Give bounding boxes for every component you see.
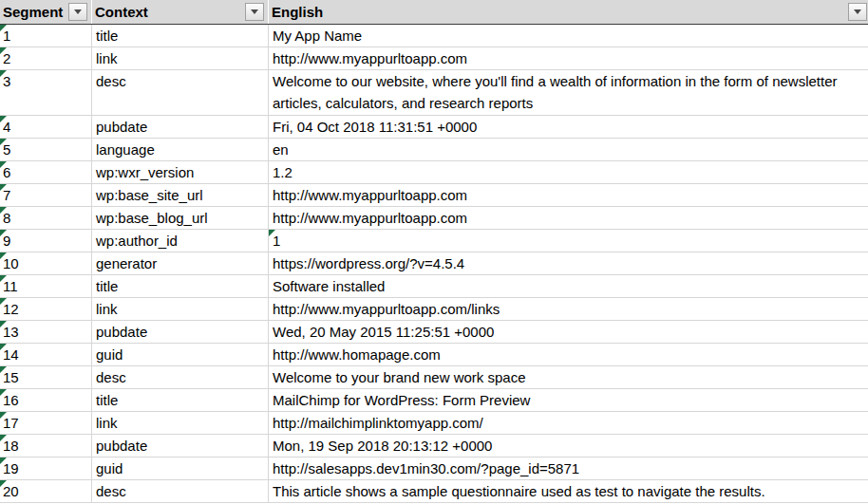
- segment-cell[interactable]: 6: [0, 161, 92, 184]
- english-cell[interactable]: http://www.homapage.com: [269, 344, 868, 366]
- english-cell[interactable]: http://www.myappurltoapp.com: [269, 207, 868, 230]
- table-row: 13pubdateWed, 20 May 2015 11:25:51 +0000: [0, 321, 868, 344]
- english-cell[interactable]: Welcome to your brand new work space: [269, 366, 868, 389]
- segment-cell[interactable]: 11: [0, 275, 92, 298]
- cell-text: http://www.myappurltoapp.com/links: [273, 298, 500, 320]
- error-flag-icon: [0, 25, 7, 31]
- context-cell[interactable]: guid: [92, 457, 269, 480]
- cell-text: wp:author_id: [96, 230, 178, 252]
- segment-cell[interactable]: 9: [0, 230, 92, 252]
- context-cell[interactable]: title: [92, 25, 269, 47]
- segment-cell[interactable]: 8: [0, 207, 92, 230]
- english-cell[interactable]: Welcome to our website, where you'll fin…: [269, 70, 868, 116]
- english-cell[interactable]: http://mailchimplinktomyapp.com/: [269, 412, 868, 435]
- filter-dropdown-button[interactable]: [245, 3, 264, 21]
- segment-cell[interactable]: 5: [0, 139, 92, 161]
- segment-cell[interactable]: 18: [0, 435, 92, 457]
- context-cell[interactable]: link: [92, 298, 269, 321]
- error-flag-icon: [0, 321, 7, 327]
- segment-cell[interactable]: 7: [0, 184, 92, 207]
- context-cell[interactable]: desc: [92, 366, 269, 389]
- english-cell[interactable]: http://www.myappurltoapp.com: [269, 47, 868, 70]
- cell-text: wp:base_blog_url: [96, 207, 208, 229]
- segment-cell[interactable]: 14: [0, 344, 92, 366]
- table-row: 14guidhttp://www.homapage.com: [0, 344, 868, 366]
- english-cell[interactable]: 1: [269, 230, 868, 252]
- english-cell[interactable]: This article shows a sample questionnair…: [269, 480, 868, 503]
- filter-dropdown-button[interactable]: [848, 3, 867, 21]
- cell-text: guid: [96, 344, 123, 365]
- cell-text: http://salesapps.dev1min30.com/?page_id=…: [273, 457, 579, 479]
- english-cell[interactable]: Mon, 19 Sep 2018 20:13:12 +0000: [269, 435, 868, 457]
- context-cell[interactable]: wp:author_id: [92, 230, 269, 252]
- cell-text: guid: [96, 457, 123, 479]
- context-cell[interactable]: wp:wxr_version: [92, 161, 269, 184]
- error-flag-icon: [0, 298, 7, 305]
- segment-cell[interactable]: 1: [0, 25, 92, 47]
- table-row: 9wp:author_id1: [0, 230, 868, 252]
- cell-text: 1.2: [273, 161, 292, 183]
- segment-cell[interactable]: 10: [0, 252, 92, 275]
- context-cell[interactable]: pubdate: [92, 116, 269, 139]
- table-row: 17linkhttp://mailchimplinktomyapp.com/: [0, 412, 868, 435]
- english-cell[interactable]: Wed, 20 May 2015 11:25:51 +0000: [269, 321, 868, 344]
- cell-text: http://mailchimplinktomyapp.com/: [273, 412, 483, 434]
- context-cell[interactable]: desc: [92, 70, 269, 116]
- context-cell[interactable]: guid: [92, 344, 269, 366]
- english-cell[interactable]: http://www.myappurltoapp.com: [269, 184, 868, 207]
- segment-cell[interactable]: 4: [0, 116, 92, 139]
- english-cell[interactable]: http://salesapps.dev1min30.com/?page_id=…: [269, 457, 868, 480]
- segment-cell[interactable]: 16: [0, 389, 92, 412]
- english-cell[interactable]: https://wordpress.org/?v=4.5.4: [269, 252, 868, 275]
- english-cell[interactable]: Software installed: [269, 275, 868, 298]
- english-cell[interactable]: Fri, 04 Oct 2018 11:31:51 +0000: [269, 116, 868, 139]
- context-cell[interactable]: wp:base_site_url: [92, 184, 269, 207]
- english-cell[interactable]: My App Name: [269, 25, 868, 47]
- english-cell[interactable]: MailChimp for WordPress: Form Preview: [269, 389, 868, 412]
- table-row: 19guidhttp://salesapps.dev1min30.com/?pa…: [0, 457, 868, 480]
- segment-cell[interactable]: 20: [0, 480, 92, 503]
- column-header-label: Segment: [3, 4, 63, 20]
- english-cell[interactable]: en: [269, 139, 868, 161]
- segment-cell[interactable]: 2: [0, 47, 92, 70]
- english-cell[interactable]: http://www.myappurltoapp.com/links: [269, 298, 868, 321]
- table-body: 1titleMy App Name2linkhttp://www.myappur…: [0, 25, 868, 503]
- error-flag-icon: [0, 139, 7, 145]
- table-row: 18pubdateMon, 19 Sep 2018 20:13:12 +0000: [0, 435, 868, 457]
- context-cell[interactable]: pubdate: [92, 321, 269, 344]
- context-cell[interactable]: generator: [92, 252, 269, 275]
- error-flag-icon: [0, 412, 7, 419]
- filter-dropdown-button[interactable]: [68, 3, 87, 21]
- context-cell[interactable]: desc: [92, 480, 269, 503]
- table-row: 11titleSoftware installed: [0, 275, 868, 298]
- column-header-context[interactable]: Context: [92, 0, 269, 24]
- cell-text: generator: [96, 252, 157, 274]
- spreadsheet-table: Segment Context English 1titleMy App Nam…: [0, 0, 868, 504]
- segment-cell[interactable]: 15: [0, 366, 92, 389]
- cell-text: Fri, 04 Oct 2018 11:31:51 +0000: [273, 116, 477, 138]
- segment-cell[interactable]: 19: [0, 457, 92, 480]
- segment-cell[interactable]: 13: [0, 321, 92, 344]
- table-row: 5languageen: [0, 139, 868, 161]
- context-cell[interactable]: link: [92, 412, 269, 435]
- cell-text: http://www.myappurltoapp.com: [273, 184, 467, 206]
- context-cell[interactable]: wp:base_blog_url: [92, 207, 269, 230]
- context-cell[interactable]: pubdate: [92, 435, 269, 457]
- cell-text: Welcome to our website, where you'll fin…: [273, 70, 860, 114]
- context-cell[interactable]: title: [92, 275, 269, 298]
- error-flag-icon: [0, 435, 7, 441]
- cell-text: This article shows a sample questionnair…: [273, 480, 765, 502]
- column-header-segment[interactable]: Segment: [0, 0, 92, 24]
- context-cell[interactable]: language: [92, 139, 269, 161]
- context-cell[interactable]: title: [92, 389, 269, 412]
- segment-cell[interactable]: 12: [0, 298, 92, 321]
- cell-text: desc: [96, 480, 126, 502]
- context-cell[interactable]: link: [92, 47, 269, 70]
- segment-cell[interactable]: 3: [0, 70, 92, 116]
- column-header-english[interactable]: English: [269, 0, 868, 24]
- error-flag-icon: [0, 480, 7, 487]
- segment-cell[interactable]: 17: [0, 412, 92, 435]
- error-flag-icon: [0, 344, 7, 350]
- column-header-label: Context: [95, 4, 148, 20]
- english-cell[interactable]: 1.2: [269, 161, 868, 184]
